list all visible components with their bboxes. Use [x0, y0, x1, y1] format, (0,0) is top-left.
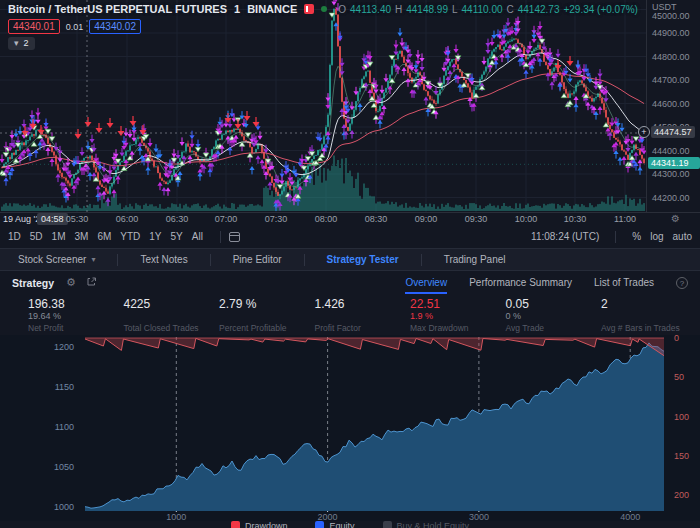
range-ytd-button[interactable]: YTD [120, 231, 140, 242]
time-axis-label: 05:30 [66, 214, 89, 224]
go-to-date-calendar-icon[interactable] [229, 232, 240, 242]
tab-strategy-tester[interactable]: Strategy Tester [313, 254, 413, 265]
tab-trading-panel[interactable]: Trading Panel [430, 254, 520, 265]
drawdown-axis-label: 100 [674, 413, 689, 422]
price-axis-label: 45000.00 [652, 11, 690, 21]
divider [421, 254, 422, 266]
legend-swatch [383, 521, 392, 528]
price-axis-label: 44700.00 [652, 75, 690, 85]
legend-label: Buy & Hold Equity [397, 521, 470, 528]
strategy-settings-gear-icon[interactable]: ⚙ [66, 277, 76, 288]
time-axis-label: 06:00 [116, 214, 139, 224]
strategy-tester-header: Strategy ⚙ OverviewPerformance SummaryLi… [0, 271, 700, 294]
time-axis-label: 06:30 [166, 214, 189, 224]
symbol-title[interactable]: Bitcoin / TetherUS PERPETUAL FUTURES [8, 3, 227, 15]
svg-text:3000: 3000 [469, 512, 489, 521]
stat-subvalue: 19.64 % [28, 311, 124, 322]
equity-axis-label: 1150 [44, 383, 74, 392]
svg-text:1000: 1000 [166, 512, 186, 521]
clock-utc[interactable]: 11:08:24 (UTC) [531, 231, 599, 242]
close-label: C [507, 4, 514, 15]
range-5d-button[interactable]: 5D [30, 231, 43, 242]
tab-list-of-trades[interactable]: List of Trades [594, 272, 654, 293]
price-chart-pane[interactable]: Bitcoin / TetherUS PERPETUAL FUTURES 1 B… [0, 0, 700, 212]
bid-ask-row: 44340.01 0.01 44340.02 [8, 19, 141, 34]
tab-overview[interactable]: Overview [405, 272, 447, 293]
range-6m-button[interactable]: 6M [97, 231, 111, 242]
price-axis-label: 44800.00 [652, 52, 690, 62]
legend-label: Drawdown [245, 521, 288, 528]
svg-text:2000: 2000 [318, 512, 338, 521]
legend-label: Equity [329, 521, 354, 528]
drawdown-axis-label: 0 [674, 334, 679, 343]
divider [304, 254, 305, 266]
price-axis-label: 44600.00 [652, 99, 690, 109]
time-axis[interactable]: 19 Aug '21 04:58 05:3006:0006:3007:0007:… [0, 212, 700, 225]
stat-value: 196.38 [28, 297, 124, 311]
range-1y-button[interactable]: 1Y [149, 231, 161, 242]
range-all-button[interactable]: All [192, 231, 203, 242]
exchange-label[interactable]: BINANCE [247, 3, 297, 15]
indicator-count: 2 [24, 38, 29, 49]
crosshair-price-tag: + 44474.57 [638, 126, 695, 138]
change-value: +29.34 (+0.07%) [563, 4, 638, 15]
range-5y-button[interactable]: 5Y [171, 231, 183, 242]
scale-percent-button[interactable]: % [632, 231, 641, 242]
axis-settings-gear-icon[interactable]: ⚙ [671, 213, 680, 224]
strategy-title[interactable]: Strategy [12, 277, 54, 289]
tab-label: Pine Editor [233, 254, 282, 265]
time-axis-label: 08:30 [365, 214, 388, 224]
open-label: O [338, 4, 346, 15]
legend-swatch [315, 521, 324, 528]
buy-price-button[interactable]: 44340.02 [89, 19, 141, 34]
open-value: 44113.40 [350, 4, 391, 15]
interval-label[interactable]: 1 [234, 3, 240, 15]
tab-performance-summary[interactable]: Performance Summary [469, 272, 572, 293]
legend-item-buy-hold-equity[interactable]: Buy & Hold Equity [383, 521, 470, 528]
range-3m-button[interactable]: 3M [75, 231, 89, 242]
add-alert-plus-icon[interactable]: + [638, 126, 650, 138]
range-1m-button[interactable]: 1M [52, 231, 66, 242]
range-1d-button[interactable]: 1D [8, 231, 21, 242]
range-toolbar: 1D5D1M3M6MYTD1Y5YAll 11:08:24 (UTC) %log… [0, 225, 700, 248]
scale-auto-button[interactable]: auto [673, 231, 692, 242]
tab-pine-editor[interactable]: Pine Editor [219, 254, 296, 265]
scale-log-button[interactable]: log [650, 231, 663, 242]
stat-subvalue: 0 % [506, 311, 602, 322]
legend-item-equity[interactable]: Equity [315, 521, 354, 528]
tab-label: Strategy Tester [327, 254, 399, 265]
last-price-tag: 44341.19 [648, 157, 700, 169]
stat-block: 4225Total Closed Trades [124, 294, 220, 335]
stat-subvalue: 1.9 % [410, 311, 506, 322]
stat-subvalue [219, 311, 315, 322]
drawdown-axis-label: 200 [674, 491, 689, 500]
equity-axis-label: 1100 [44, 423, 74, 432]
price-axis-label: 44400.00 [652, 146, 690, 156]
svg-text:4000: 4000 [620, 512, 640, 521]
indicators-collapse-button[interactable]: ▾ 2 [8, 37, 35, 50]
stat-subvalue [601, 311, 697, 322]
sell-price-button[interactable]: 44340.01 [8, 19, 60, 34]
equity-chart-canvas[interactable]: 1000200030004000 [0, 335, 700, 521]
strategy-share-icon[interactable] [86, 276, 97, 289]
tab-stock-screener[interactable]: Stock Screener▾ [4, 254, 109, 265]
legend-item-drawdown[interactable]: Drawdown [231, 521, 288, 528]
stat-value: 1.426 [315, 297, 411, 311]
market-status-icon [321, 6, 327, 12]
tab-label: Text Notes [140, 254, 187, 265]
candles-style-icon [304, 4, 314, 14]
price-axis[interactable]: USDT45000.0044900.0044800.0044700.004460… [646, 0, 700, 212]
help-icon[interactable]: ? [676, 277, 688, 289]
drawdown-axis-label: 150 [674, 452, 689, 461]
stat-value: 4225 [124, 297, 220, 311]
spread-value: 0.01 [66, 22, 84, 32]
tab-text-notes[interactable]: Text Notes [126, 254, 201, 265]
equity-curve-pane[interactable]: 1000200030004000 12001150110010501000 05… [0, 335, 700, 521]
close-value: 44142.73 [518, 4, 560, 15]
time-axis-label: 11:00 [614, 214, 636, 224]
time-axis-label: 09:00 [415, 214, 438, 224]
stat-label: Total Closed Trades [124, 323, 220, 333]
stat-subvalue [315, 311, 411, 322]
divider [210, 254, 211, 266]
chevron-down-icon: ▾ [91, 255, 95, 264]
